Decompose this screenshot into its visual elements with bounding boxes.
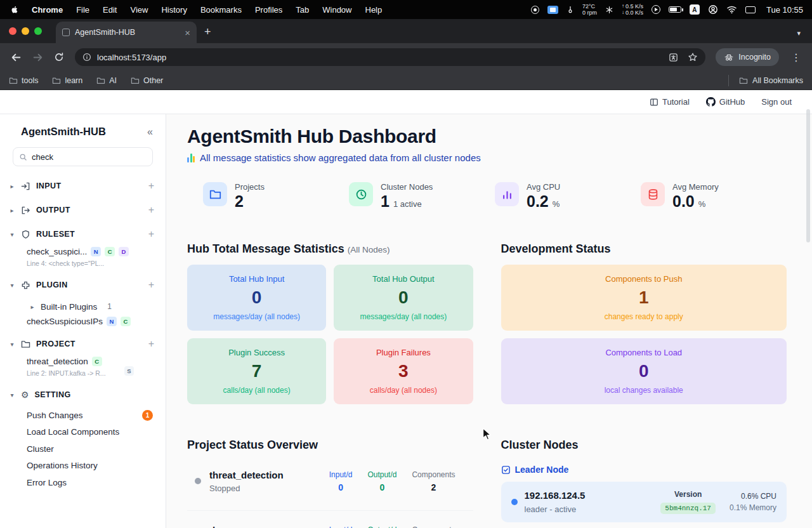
setting-item-load-local-components[interactable]: Load Local Components (0, 424, 166, 441)
close-window-button[interactable] (9, 27, 16, 35)
folder-icon (96, 77, 105, 84)
node-memory: 0.1% Memory (730, 503, 776, 512)
thermometer-icon (566, 4, 574, 15)
sidebar-section-project[interactable]: ▾ PROJECT + (0, 332, 166, 356)
site-info-icon[interactable] (82, 53, 91, 62)
menu-item-file[interactable]: File (76, 5, 89, 15)
network-speed-widget[interactable]: ↑0.5 K/s ↓0.0 K/s (622, 3, 643, 16)
add-plugin-button[interactable]: + (148, 279, 154, 291)
cluster-nodes-title: Cluster Nodes (501, 439, 579, 451)
item-label: Push Changes (27, 411, 83, 420)
forward-button[interactable] (28, 48, 47, 67)
github-link[interactable]: GitHub (706, 97, 745, 107)
tab-close-button[interactable]: × (185, 28, 190, 37)
tutorial-link[interactable]: Tutorial (650, 97, 690, 107)
setting-item-cluster[interactable]: Cluster (0, 440, 166, 458)
back-button[interactable] (6, 48, 25, 67)
address-bar[interactable]: localhost:5173/app (75, 48, 705, 66)
add-ruleset-button[interactable]: + (148, 228, 154, 240)
chevron-down-icon: ▾ (9, 392, 15, 399)
keyboard-layout-icon[interactable]: A (690, 4, 700, 15)
sidebar-section-output[interactable]: ▸ OUTPUT + (0, 198, 166, 222)
tutorial-icon (650, 98, 658, 107)
builtin-plugins-item[interactable]: ▸ Built-in Plugins 1 (0, 297, 166, 316)
project-row-threat-detection[interactable]: threat_detection Stopped Input/d0 Output… (187, 465, 473, 498)
bookmark-folder-tools[interactable]: tools (9, 76, 38, 85)
new-tab-button[interactable]: + (204, 25, 211, 39)
screen-record-icon[interactable] (531, 6, 539, 14)
cluster-node-card[interactable]: 192.168.124.5 leader - active Version 5b… (501, 482, 787, 522)
section-label: OUTPUT (36, 206, 70, 214)
stat-projects: Projects 2 (203, 182, 349, 211)
status-dot-stopped (195, 478, 201, 484)
dashboard-main: AgentSmith Hub Dashboard All message sta… (166, 114, 812, 528)
gear-icon: ⚙ (21, 390, 29, 399)
setting-item-error-logs[interactable]: Error Logs (0, 474, 166, 491)
sidebar-collapse-button[interactable]: « (147, 126, 153, 138)
menu-item-history[interactable]: History (161, 5, 187, 15)
screen: Chrome File Edit View History Bookmarks … (0, 0, 812, 528)
menu-item-profiles[interactable]: Profiles (255, 5, 282, 15)
incognito-badge: Incognito (716, 48, 779, 66)
minimize-window-button[interactable] (22, 27, 29, 35)
menu-app-name[interactable]: Chrome (32, 5, 63, 15)
page-scrollbar[interactable] (806, 109, 810, 242)
screenshot-app-icon[interactable] (547, 6, 558, 14)
reload-button[interactable] (49, 48, 69, 67)
display-icon[interactable] (745, 6, 756, 13)
tab-search-chevron[interactable]: ▾ (797, 29, 806, 37)
browser-menu-button[interactable]: ⋮ (787, 48, 806, 67)
chevron-down-icon: ▾ (9, 231, 15, 238)
menu-item-edit[interactable]: Edit (103, 5, 117, 15)
node-ip: 192.168.124.5 (525, 490, 586, 501)
plugin-item-checksuspiciousips[interactable]: checkSuspiciousIPs N C (0, 316, 166, 332)
badge-stopped: S (124, 366, 134, 376)
bookmark-folder-other[interactable]: Other (131, 76, 163, 85)
bookmarks-bar: tools learn AI Other All Bookmarks (0, 71, 812, 90)
add-input-button[interactable]: + (148, 180, 154, 192)
cluster-info-note: All message statistics show aggregated d… (187, 152, 787, 163)
play-icon[interactable] (652, 5, 660, 14)
sidebar-section-plugin[interactable]: ▾ PLUGIN + (0, 273, 166, 297)
sidebar-section-setting[interactable]: ▾ ⚙ SETTING (0, 383, 166, 407)
add-project-button[interactable]: + (148, 338, 154, 350)
sidebar-section-input[interactable]: ▸ INPUT + (0, 174, 166, 198)
hub-statistics-section: Hub Total Message Statistics (All Nodes)… (187, 242, 473, 404)
setting-item-operations-history[interactable]: Operations History (0, 458, 166, 475)
menu-item-window[interactable]: Window (322, 5, 351, 15)
bookmark-star-icon[interactable] (688, 52, 698, 62)
section-label: SETTING (35, 390, 71, 399)
translate-icon[interactable] (669, 53, 678, 62)
menu-item-help[interactable]: Help (365, 5, 383, 15)
browser-toolbar: localhost:5173/app Incognito ⋮ (0, 43, 812, 71)
battery-icon[interactable] (669, 6, 681, 13)
temperature-widget[interactable]: 72°C 0 rpm (582, 3, 597, 16)
search-input[interactable] (32, 152, 147, 162)
user-account-icon[interactable] (708, 4, 718, 15)
folder-icon (131, 77, 140, 84)
window-controls (6, 27, 44, 35)
web-page: Tutorial GitHub Sign out AgentSmith-HUB … (0, 90, 812, 528)
add-output-button[interactable]: + (148, 204, 154, 216)
bookmark-folder-learn[interactable]: learn (52, 76, 82, 85)
fan-icon (605, 6, 613, 14)
zoom-window-button[interactable] (34, 27, 42, 35)
menu-bar-clock[interactable]: Tue 10:55 (766, 5, 803, 15)
project-item-threat-detection[interactable]: threat_detection C S Line 2: INPUT.kafka… (0, 356, 166, 383)
wifi-icon[interactable] (726, 5, 737, 14)
browser-tab[interactable]: AgentSmith-HUB × (56, 22, 197, 43)
menu-item-tab[interactable]: Tab (296, 5, 309, 15)
apple-menu-icon[interactable] (9, 4, 18, 15)
menu-item-bookmarks[interactable]: Bookmarks (200, 5, 242, 15)
sidebar-section-ruleset[interactable]: ▾ RULESET + (0, 222, 166, 246)
all-bookmarks-button[interactable]: All Bookmarks (728, 75, 803, 86)
input-icon (21, 182, 30, 191)
sidebar-search[interactable] (13, 147, 153, 166)
project-row-demo[interactable]: demo Input/d Output/d Components (187, 510, 473, 528)
badge-changed: C (105, 247, 115, 256)
ruleset-item-check-suspicious[interactable]: check_suspici... N C D Line 4: <check ty… (0, 246, 166, 273)
bookmark-folder-ai[interactable]: AI (96, 76, 117, 85)
sign-out-link[interactable]: Sign out (761, 97, 792, 107)
menu-item-view[interactable]: View (130, 5, 148, 15)
setting-item-push-changes[interactable]: Push Changes 1 (0, 407, 166, 424)
